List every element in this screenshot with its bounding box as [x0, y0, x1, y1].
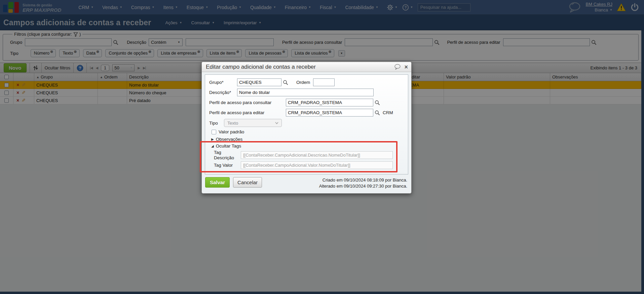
modal-form-panel: Grupo* Ordem Descrição* Perfil de acesso… — [205, 74, 408, 174]
edit-modal: Editar campo adicional de contas a receb… — [201, 62, 412, 194]
triangle-right-icon: ▶ — [211, 137, 214, 141]
audit-info: Criado em 09/10/2024 08:18:09 por Bianca… — [319, 177, 407, 189]
form-row-descricao: Descrição* — [209, 89, 405, 96]
observacoes-label: Observações — [216, 137, 243, 142]
form-row-tag-valor: Tag Valor — [214, 161, 405, 169]
form-row-grupo: Grupo* Ordem — [209, 78, 405, 86]
close-icon[interactable]: × — [404, 64, 408, 70]
chat-bubble-icon[interactable] — [394, 64, 401, 70]
search-icon[interactable] — [283, 80, 288, 85]
valor-padrao-checkbox[interactable] — [212, 130, 216, 134]
created-text: Criado em 09/10/2024 08:18:09 por Bianca… — [319, 177, 407, 183]
tag-valor-label: Tag Valor — [214, 163, 241, 168]
valor-padrao-label: Valor padrão — [219, 129, 244, 134]
tag-descricao-label: Tag Descrição — [214, 150, 241, 160]
modal-title: Editar campo adicional de contas a receb… — [206, 64, 316, 70]
perfil-editar-input[interactable] — [286, 109, 373, 117]
tipo-label: Tipo — [209, 121, 224, 126]
perfil-consultar-label: Perfil de acesso para consultar — [209, 100, 286, 105]
triangle-expanded-icon: ◢ — [211, 144, 214, 148]
ocultar-tags-section-header[interactable]: ◢ Ocultar Tags — [211, 143, 405, 149]
observacoes-section-header[interactable]: ▶ Observações — [211, 137, 405, 142]
tipo-select: Texto — [224, 119, 282, 127]
ordem-input[interactable] — [313, 78, 335, 86]
form-row-tag-descricao: Tag Descrição — [214, 150, 405, 160]
tag-valor-input[interactable] — [241, 161, 393, 169]
app-root: Sistema de gestão ERP MAXIPROD CRM▼ Vend… — [0, 0, 644, 294]
modal-header: Editar campo adicional de contas a receb… — [202, 62, 411, 72]
perfil-consultar-input[interactable] — [286, 99, 373, 106]
form-row-perfil-consultar: Perfil de acesso para consultar — [209, 99, 405, 106]
form-row-tipo: Tipo Texto — [209, 119, 405, 127]
descricao-input[interactable] — [237, 89, 374, 96]
form-row-perfil-editar: Perfil de acesso para editar CRM — [209, 109, 405, 117]
grupo-input[interactable] — [237, 78, 281, 86]
salvar-button[interactable]: Salvar — [205, 177, 230, 188]
perfil-editar-label: Perfil de acesso para editar — [209, 110, 286, 115]
tag-descricao-input[interactable] — [241, 151, 393, 159]
descricao-label: Descrição* — [209, 90, 237, 95]
ocultar-tags-label: Ocultar Tags — [216, 143, 241, 149]
grupo-label: Grupo* — [209, 80, 237, 85]
form-row-valor-padrao: Valor padrão — [212, 129, 405, 134]
modal-body: Grupo* Ordem Descrição* Perfil de acesso… — [202, 72, 411, 174]
altered-text: Alterado em 09/10/2024 09:27:30 por Bian… — [319, 183, 407, 189]
search-icon[interactable] — [375, 100, 380, 105]
perfil-editar-suffix: CRM — [383, 110, 393, 115]
modal-footer: Salvar Cancelar Criado em 09/10/2024 08:… — [202, 174, 411, 193]
chevron-down-icon — [275, 122, 278, 124]
ordem-label: Ordem — [296, 80, 310, 85]
search-icon[interactable] — [375, 110, 380, 116]
cancelar-button[interactable]: Cancelar — [233, 177, 262, 188]
